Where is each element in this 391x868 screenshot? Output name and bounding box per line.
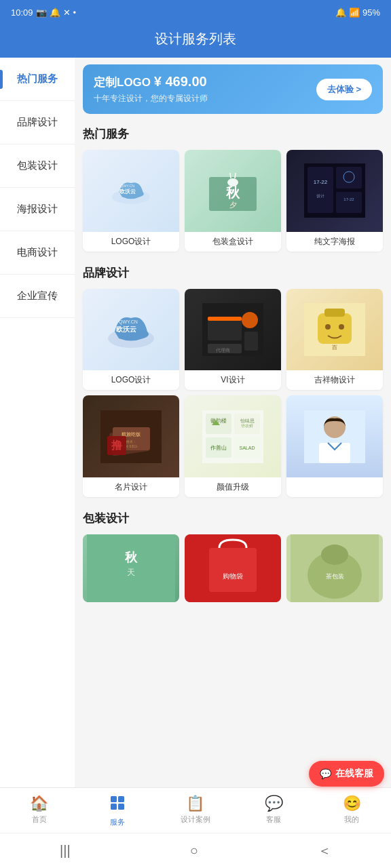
brand-design-section: 品牌设计 欧沃云 QWY.CN LOGO设计 (83, 265, 383, 497)
content-area: 定制LOGO ¥ 469.00 十年专注设计，您的专属设计师 去体验 > 热门服… (75, 58, 391, 787)
banner-info: 定制LOGO ¥ 469.00 十年专注设计，您的专属设计师 (94, 74, 208, 104)
service-card-poster-label: 纯文字海报 (286, 232, 383, 252)
service-card-logo-img: 欧沃云 QWY.CN (83, 150, 179, 232)
svg-line-8 (235, 173, 236, 178)
svg-text:购物袋: 购物袋 (223, 572, 243, 580)
svg-point-31 (339, 324, 344, 330)
svg-rect-28 (318, 313, 352, 344)
service-card-pack3[interactable]: 茶包装 (286, 534, 383, 602)
svg-text:撸: 撸 (111, 439, 123, 451)
svg-text:秋: 秋 (225, 185, 240, 200)
cases-icon: 📋 (186, 795, 204, 812)
svg-rect-29 (324, 309, 345, 317)
phone-back-btn[interactable]: ＜ (318, 842, 331, 860)
service-card-bizcard-img: 航旅吃饭 姓名： tel: 0311- 撸 (83, 395, 179, 477)
hot-services-grid: 欧沃云 QWY.CN LOGO设计 秋 夕 (83, 150, 383, 252)
svg-text:代理商: 代理商 (215, 348, 230, 353)
service-card-upgrade[interactable]: 徽韵楼 怡味思 华农鲜 作善山 SALAD (185, 395, 281, 497)
package-design-section: 包装设计 秋 天 购物袋 (83, 511, 383, 602)
svg-text:怡味思: 怡味思 (240, 418, 255, 423)
service-card-brand-logo[interactable]: 欧沃云 QWY.CN LOGO设计 (83, 289, 179, 391)
svg-rect-10 (308, 167, 333, 213)
service-card-mascot-label: 吉祥物设计 (286, 370, 383, 390)
service-card-brand-logo-img: 欧沃云 QWY.CN (83, 289, 179, 371)
sidebar-item-package[interactable]: 包装设计 (0, 144, 75, 188)
promo-banner[interactable]: 定制LOGO ¥ 469.00 十年专注设计，您的专属设计师 去体验 > (83, 64, 383, 114)
svg-text:华农鲜: 华农鲜 (241, 424, 253, 428)
service-card-mascot[interactable]: 百 吉祥物设计 (286, 289, 383, 391)
service-card-packbox-img: 秋 夕 (185, 150, 281, 232)
sidebar-item-brand[interactable]: 品牌设计 (0, 101, 75, 144)
service-card-bizcard[interactable]: 航旅吃饭 姓名： tel: 0311- 撸 名片设计 (83, 395, 179, 497)
brand-design-title: 品牌设计 (83, 265, 383, 281)
service-card-customer-img (286, 395, 383, 477)
service-card-vi-img: 代理商 (185, 289, 281, 371)
package-design-title: 包装设计 (83, 511, 383, 526)
svg-text:茶包装: 茶包装 (326, 573, 344, 580)
status-indicators: 🔔 📶 95% (335, 7, 380, 18)
banner-cta-button[interactable]: 去体验 > (316, 79, 372, 100)
service-card-pack1[interactable]: 秋 天 (83, 534, 179, 602)
hot-services-title: 热门服务 (83, 126, 383, 142)
svg-rect-24 (244, 332, 258, 351)
phone-nav-bar: ||| ○ ＜ (0, 833, 391, 868)
service-icon (109, 795, 126, 815)
svg-text:百: 百 (332, 344, 337, 351)
nav-mine-label: 我的 (344, 814, 359, 825)
nav-cases[interactable]: 📋 设计案例 (175, 795, 216, 827)
svg-text:航旅吃饭: 航旅吃饭 (121, 431, 141, 437)
status-time: 10:09 📷 🔔 ✕ • (11, 7, 76, 18)
nav-home-label: 首页 (32, 814, 47, 825)
svg-text:作善山: 作善山 (210, 445, 227, 451)
sidebar-item-corp[interactable]: 企业宣传 (0, 275, 75, 318)
nav-support[interactable]: 💬 客服 (253, 795, 294, 827)
sidebar-item-poster[interactable]: 海报设计 (0, 188, 75, 231)
svg-point-62 (321, 545, 348, 565)
service-card-poster[interactable]: 17-22 设计 17-22 纯文字海报 (286, 150, 383, 252)
home-icon: 🏠 (30, 795, 48, 812)
package-design-grid: 秋 天 购物袋 (83, 534, 383, 602)
nav-service-label: 服务 (110, 817, 125, 827)
service-card-pack2[interactable]: 购物袋 (185, 534, 281, 602)
mine-icon: 😊 (343, 795, 361, 812)
svg-text:欧沃云: 欧沃云 (119, 189, 136, 195)
service-card-logo[interactable]: 欧沃云 QWY.CN LOGO设计 (83, 150, 179, 252)
sidebar-item-hot[interactable]: 热门服务 (0, 58, 75, 101)
main-layout: 热门服务 品牌设计 包装设计 海报设计 电商设计 企业宣传 定制LOGO ¥ 4… (0, 58, 391, 787)
online-service-button[interactable]: 💬 在线客服 (309, 761, 384, 787)
svg-text:QWY.CN: QWY.CN (119, 319, 138, 325)
svg-point-6 (227, 178, 238, 186)
service-card-customer-label (286, 477, 383, 486)
svg-rect-65 (118, 796, 124, 802)
service-card-vi[interactable]: 代理商 VI设计 (185, 289, 281, 391)
page-title: 设计服务列表 (155, 31, 236, 46)
nav-cases-label: 设计案例 (181, 814, 210, 825)
svg-text:SALAD: SALAD (240, 446, 255, 450)
support-icon: 💬 (265, 795, 283, 812)
svg-rect-12 (336, 192, 362, 213)
ouwo-logo-svg: 欧沃云 QWY.CN (107, 174, 155, 208)
service-card-vi-label: VI设计 (185, 370, 281, 390)
service-card-mascot-img: 百 (286, 289, 383, 371)
svg-text:夕: 夕 (229, 201, 237, 209)
nav-mine[interactable]: 😊 我的 (331, 795, 372, 827)
phone-menu-btn[interactable]: ||| (60, 843, 71, 859)
svg-rect-22 (208, 317, 242, 321)
service-card-poster-img: 17-22 设计 17-22 (286, 150, 383, 232)
svg-text:设计: 设计 (316, 194, 324, 198)
brand-design-grid: 欧沃云 QWY.CN LOGO设计 (83, 289, 383, 497)
service-card-packbox[interactable]: 秋 夕 包装盒设计 (185, 150, 281, 252)
nav-home[interactable]: 🏠 首页 (19, 795, 60, 827)
sidebar-item-ecom[interactable]: 电商设计 (0, 231, 75, 275)
service-card-brand-logo-label: LOGO设计 (83, 370, 179, 390)
svg-text:徽韵楼: 徽韵楼 (210, 418, 227, 424)
svg-rect-67 (118, 804, 124, 810)
service-card-bizcard-label: 名片设计 (83, 477, 179, 497)
service-card-customer[interactable] (286, 395, 383, 497)
svg-point-30 (325, 324, 331, 330)
service-card-upgrade-img: 徽韵楼 怡味思 华农鲜 作善山 SALAD (185, 395, 281, 477)
svg-text:秋: 秋 (124, 551, 138, 564)
nav-service[interactable]: 服务 (97, 795, 138, 827)
svg-rect-11 (336, 167, 362, 189)
phone-home-btn[interactable]: ○ (190, 843, 198, 859)
